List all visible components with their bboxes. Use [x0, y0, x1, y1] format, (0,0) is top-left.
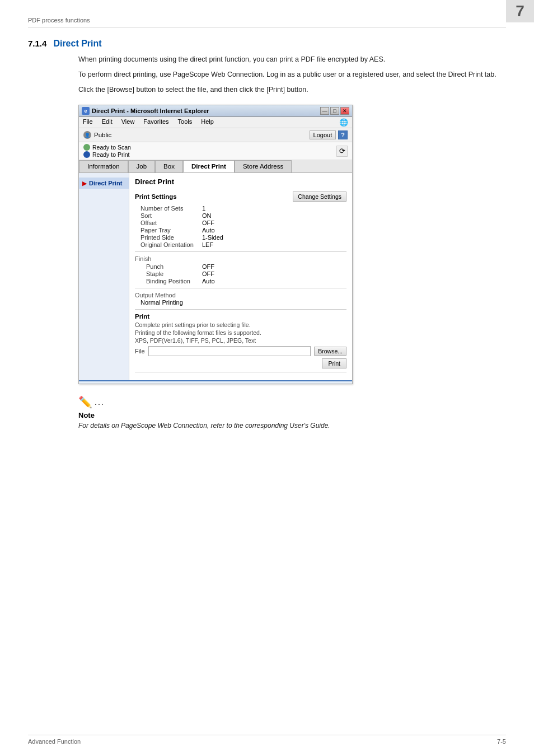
browser-title-left: e Direct Print - Microsoft Internet Expl… — [82, 107, 209, 115]
footer-left: Advanced Function — [28, 738, 81, 745]
user-info: 👤 Public — [83, 131, 111, 139]
label-sets: Number of Sets — [135, 205, 202, 212]
browser-body: 👤 Public Logout ? Ready to Scan — [79, 128, 352, 380]
file-row: File Browse... — [135, 346, 346, 356]
settings-table: Number of Sets 1 Sort ON Offset OFF Pa — [135, 205, 346, 248]
value-sets: 1 — [202, 205, 205, 212]
settings-row-side: Printed Side 1-Sided — [135, 234, 346, 241]
browser-top-bar: 👤 Public Logout ? — [79, 128, 352, 142]
value-orientation: LEF — [202, 241, 213, 248]
menu-tools[interactable]: Tools — [177, 118, 194, 127]
maximize-button[interactable]: □ — [330, 107, 339, 115]
print-button[interactable]: Print — [322, 358, 346, 368]
change-settings-button[interactable]: Change Settings — [293, 192, 346, 202]
menu-file[interactable]: File — [82, 118, 94, 127]
status-lines: Ready to Scan Ready to Print — [83, 144, 131, 158]
label-orientation: Original Orientation — [135, 241, 202, 248]
value-binding: Auto — [202, 278, 215, 284]
status-scan-line: Ready to Scan — [83, 144, 131, 151]
browser-icon: e — [82, 107, 90, 115]
scan-status-text: Ready to Scan — [92, 144, 131, 151]
page-number-badge: 7 — [506, 0, 534, 22]
note-section: ✏️ ... Note For details on PageScope Web… — [78, 395, 506, 430]
label-side: Printed Side — [135, 234, 202, 241]
note-label: Note — [78, 411, 506, 419]
value-punch: OFF — [202, 263, 214, 270]
note-icon-row: ✏️ ... — [78, 395, 506, 409]
tab-store-address[interactable]: Store Address — [235, 160, 292, 172]
settings-row-punch: Punch OFF — [135, 263, 346, 270]
user-icon: 👤 — [83, 131, 91, 139]
label-tray: Paper Tray — [135, 227, 202, 234]
label-binding: Binding Position — [135, 278, 202, 284]
para2: To perform direct printing, use PageScop… — [78, 69, 506, 80]
divider1 — [135, 251, 346, 252]
menu-help[interactable]: Help — [200, 118, 215, 127]
tab-direct-print[interactable]: Direct Print — [183, 160, 235, 172]
note-dots: ... — [95, 398, 105, 407]
print-status-dot — [83, 151, 90, 158]
print-section-title: Print — [135, 313, 346, 320]
main-content: Direct Print Print Settings Change Setti… — [129, 173, 352, 380]
print-status-text: Ready to Print — [92, 151, 130, 158]
settings-row-orientation: Original Orientation LEF — [135, 241, 346, 248]
output-method-label: Output Method — [135, 292, 346, 298]
file-label: File — [135, 348, 145, 354]
para3: Click the [Browse] button to select the … — [78, 85, 506, 95]
note-pencil-icon: ✏️ — [78, 395, 92, 409]
divider3 — [135, 309, 346, 310]
nav-tabs: Information Job Box Direct Print Store A… — [79, 160, 352, 173]
page-header: PDF process functions — [28, 17, 506, 27]
print-button-row: Print — [135, 358, 346, 368]
minimize-button[interactable]: — — [320, 107, 329, 115]
section-title: Direct Print — [53, 39, 101, 49]
status-area: Ready to Scan Ready to Print ⟳ — [79, 142, 352, 160]
print-desc1: Complete print settings prior to selecti… — [135, 321, 346, 328]
section-number: 7.1.4 — [28, 39, 46, 48]
sidebar-item-direct-print[interactable]: ▶ Direct Print — [79, 178, 129, 189]
settings-row-binding: Binding Position Auto — [135, 278, 346, 284]
divider4 — [135, 372, 346, 372]
note-text: For details on PageScope Web Connection,… — [78, 422, 506, 430]
settings-row-offset: Offset OFF — [135, 220, 346, 226]
menu-view[interactable]: View — [120, 118, 136, 127]
settings-title: Print Settings — [135, 193, 177, 200]
sidebar-arrow: ▶ — [82, 180, 87, 186]
finish-table: Punch OFF Staple OFF Binding Position Au… — [135, 263, 346, 284]
tab-job[interactable]: Job — [128, 160, 156, 172]
print-desc2: Printing of the following format files i… — [135, 329, 346, 336]
settings-header: Print Settings Change Settings — [135, 192, 346, 202]
label-sort: Sort — [135, 212, 202, 219]
footer-right: 7-5 — [497, 738, 506, 745]
browse-button[interactable]: Browse... — [314, 347, 346, 356]
label-staple: Staple — [135, 270, 202, 277]
page-footer: Advanced Function 7-5 — [28, 735, 506, 745]
settings-row-sort: Sort ON — [135, 212, 346, 219]
close-button[interactable]: ✕ — [340, 107, 349, 115]
sidebar-item-label: Direct Print — [89, 180, 122, 186]
refresh-button[interactable]: ⟳ — [336, 146, 348, 157]
header-text: PDF process functions — [28, 17, 90, 24]
para1: When printing documents using the direct… — [78, 54, 506, 65]
menu-favorites[interactable]: Favorites — [142, 118, 170, 127]
user-label: Public — [94, 132, 111, 138]
help-button[interactable]: ? — [338, 130, 348, 139]
browser-menubar: File Edit View Favorites Tools Help 🌐 — [79, 117, 352, 128]
tab-information[interactable]: Information — [79, 160, 128, 172]
logout-button[interactable]: Logout — [310, 130, 336, 139]
tab-box[interactable]: Box — [155, 160, 183, 172]
output-method-value: Normal Printing — [135, 299, 346, 306]
ie-icon: 🌐 — [338, 118, 349, 127]
browser-titlebar: e Direct Print - Microsoft Internet Expl… — [79, 105, 352, 117]
settings-row-staple: Staple OFF — [135, 270, 346, 277]
main-layout: ▶ Direct Print Direct Print Print Settin… — [79, 173, 352, 380]
browser-title-text: Direct Print - Microsoft Internet Explor… — [92, 108, 209, 114]
value-staple: OFF — [202, 270, 214, 277]
browser-controls[interactable]: — □ ✕ — [320, 107, 349, 115]
menu-edit[interactable]: Edit — [101, 118, 114, 127]
divider2 — [135, 288, 346, 288]
page-number: 7 — [516, 2, 524, 20]
file-input[interactable] — [148, 346, 311, 356]
value-side: 1-Sided — [202, 234, 223, 241]
print-desc3: XPS, PDF(Ver1.6), TIFF, PS, PCL, JPEG, T… — [135, 337, 346, 344]
